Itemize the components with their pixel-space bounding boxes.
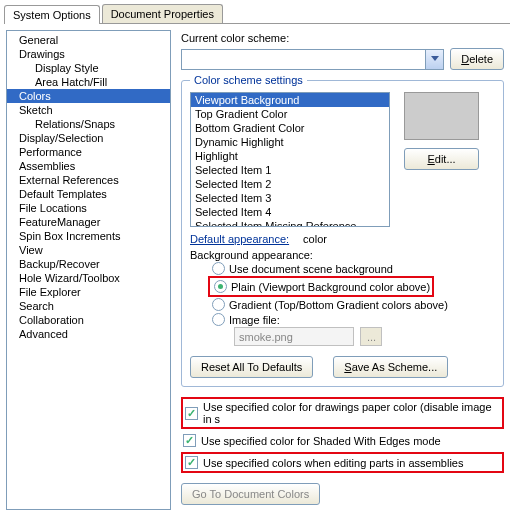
tree-performance[interactable]: Performance xyxy=(7,145,170,159)
radio-doc-scene[interactable]: Use document scene background xyxy=(190,261,495,276)
highlight-chk3: Use specified colors when editing parts … xyxy=(181,452,504,473)
tree-display-selection[interactable]: Display/Selection xyxy=(7,131,170,145)
delete-button[interactable]: Delete xyxy=(450,48,504,70)
fieldset-legend: Color scheme settings xyxy=(190,74,307,86)
chevron-down-icon xyxy=(431,56,439,61)
tree-drawings[interactable]: Drawings xyxy=(7,47,170,61)
background-appearance-label: Background appearance: xyxy=(190,249,495,261)
tabs-bar: System Options Document Properties xyxy=(4,4,510,24)
radio-image[interactable]: Image file: xyxy=(190,312,495,327)
radio-icon xyxy=(212,313,225,326)
radio-label: Image file: xyxy=(229,314,280,326)
current-scheme-label: Current color scheme: xyxy=(181,32,504,44)
highlight-plain-option: Plain (Viewport Background color above) xyxy=(208,276,434,297)
tree-featuremanager[interactable]: FeatureManager xyxy=(7,215,170,229)
list-item[interactable]: Selected Item 1 xyxy=(191,163,389,177)
highlight-chk1: Use specified color for drawings paper c… xyxy=(181,397,504,429)
radio-label: Plain (Viewport Background color above) xyxy=(231,281,430,293)
edit-button[interactable]: Edit... xyxy=(404,148,479,170)
tree-external-references[interactable]: External References xyxy=(7,173,170,187)
checkbox-icon xyxy=(185,407,198,420)
tree-assemblies[interactable]: Assemblies xyxy=(7,159,170,173)
chk-editing-parts[interactable]: Use specified colors when editing parts … xyxy=(185,455,463,470)
tree-area-hatch[interactable]: Area Hatch/Fill xyxy=(7,75,170,89)
checkbox-icon xyxy=(183,434,196,447)
tree-advanced[interactable]: Advanced xyxy=(7,327,170,341)
radio-icon xyxy=(214,280,227,293)
tree-display-style[interactable]: Display Style xyxy=(7,61,170,75)
browse-button[interactable]: ... xyxy=(360,327,382,346)
tab-document-properties[interactable]: Document Properties xyxy=(102,4,223,23)
options-tree[interactable]: General Drawings Display Style Area Hatc… xyxy=(6,30,171,510)
radio-label: Use document scene background xyxy=(229,263,393,275)
image-file-input[interactable] xyxy=(234,327,354,346)
content-area: General Drawings Display Style Area Hatc… xyxy=(0,24,514,516)
color-swatch xyxy=(404,92,479,140)
tree-backup-recover[interactable]: Backup/Recover xyxy=(7,257,170,271)
tree-relations-snaps[interactable]: Relations/Snaps xyxy=(7,117,170,131)
list-item[interactable]: Bottom Gradient Color xyxy=(191,121,389,135)
reset-defaults-button[interactable]: Reset All To Defaults xyxy=(190,356,313,378)
tree-collaboration[interactable]: Collaboration xyxy=(7,313,170,327)
tree-spin-box[interactable]: Spin Box Increments xyxy=(7,229,170,243)
list-item[interactable]: Dynamic Highlight xyxy=(191,135,389,149)
list-item[interactable]: Top Gradient Color xyxy=(191,107,389,121)
radio-icon xyxy=(212,262,225,275)
current-scheme-combo[interactable] xyxy=(181,49,444,70)
tree-hole-wizard[interactable]: Hole Wizard/Toolbox xyxy=(7,271,170,285)
chk-drawings-paper[interactable]: Use specified color for drawings paper c… xyxy=(185,400,500,426)
tree-default-templates[interactable]: Default Templates xyxy=(7,187,170,201)
tree-colors[interactable]: Colors xyxy=(7,89,170,103)
list-item[interactable]: Viewport Background xyxy=(191,93,389,107)
tree-search[interactable]: Search xyxy=(7,299,170,313)
checkbox-label: Use specified color for Shaded With Edge… xyxy=(201,435,441,447)
save-scheme-button[interactable]: Save As Scheme... xyxy=(333,356,448,378)
checkbox-label: Use specified color for drawings paper c… xyxy=(203,401,500,425)
tree-general[interactable]: General xyxy=(7,33,170,47)
right-panel: Current color scheme: Delete Color schem… xyxy=(177,30,508,510)
radio-plain[interactable]: Plain (Viewport Background color above) xyxy=(212,279,430,294)
tree-file-explorer[interactable]: File Explorer xyxy=(7,285,170,299)
color-scheme-fieldset: Color scheme settings Viewport Backgroun… xyxy=(181,74,504,387)
radio-gradient[interactable]: Gradient (Top/Bottom Gradient colors abo… xyxy=(190,297,495,312)
tab-system-options[interactable]: System Options xyxy=(4,5,100,24)
color-list[interactable]: Viewport Background Top Gradient Color B… xyxy=(190,92,390,227)
tree-sketch[interactable]: Sketch xyxy=(7,103,170,117)
list-item[interactable]: Selected Item Missing Reference xyxy=(191,219,389,227)
list-item[interactable]: Selected Item 4 xyxy=(191,205,389,219)
tree-file-locations[interactable]: File Locations xyxy=(7,201,170,215)
go-document-colors-button[interactable]: Go To Document Colors xyxy=(181,483,320,505)
checkbox-icon xyxy=(185,456,198,469)
tree-view[interactable]: View xyxy=(7,243,170,257)
default-appearance-value: color xyxy=(303,233,327,245)
radio-icon xyxy=(212,298,225,311)
radio-label: Gradient (Top/Bottom Gradient colors abo… xyxy=(229,299,448,311)
list-item[interactable]: Selected Item 3 xyxy=(191,191,389,205)
checkbox-label: Use specified colors when editing parts … xyxy=(203,457,463,469)
default-appearance-link[interactable]: Default appearance: xyxy=(190,233,289,245)
list-item[interactable]: Selected Item 2 xyxy=(191,177,389,191)
chk-shaded-edges[interactable]: Use specified color for Shaded With Edge… xyxy=(181,433,504,448)
list-item[interactable]: Highlight xyxy=(191,149,389,163)
